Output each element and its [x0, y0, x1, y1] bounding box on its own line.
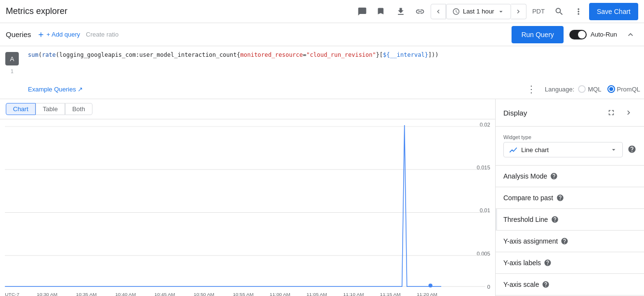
timezone-label: PDT [528, 8, 549, 15]
main-content: Chart Table Both 0.02 0.015 0.01 0.005 0… [0, 99, 644, 296]
save-chart-button[interactable]: Save Chart [589, 3, 638, 20]
mql-radio[interactable]: MQL [578, 85, 601, 93]
add-query-button[interactable]: + Add query [37, 31, 80, 39]
help-icon-compare-to-past[interactable] [556, 194, 564, 202]
chat-icon-btn[interactable] [354, 3, 371, 20]
query-editor-content[interactable]: sum(rate(logging_googleapis_com:user_mod… [24, 46, 644, 99]
help-icon-threshold-line[interactable] [551, 216, 559, 223]
panel-expand-btn[interactable] [604, 105, 619, 120]
queries-bar: Queries + Add query Create ratio Run Que… [0, 23, 644, 46]
chevron-right-icon [514, 8, 522, 15]
panel-section-title-y-axis-labels: Y-axis labels [503, 259, 541, 267]
queries-right: Run Query Auto-Run [512, 26, 638, 43]
panel-section-left-analysis-mode: Analysis Mode [503, 172, 558, 180]
query-code[interactable]: sum(rate(logging_googleapis_com:user_mod… [28, 50, 640, 60]
svg-text:0: 0 [487, 284, 490, 290]
language-toggle: Language: MQL PromQL [545, 85, 640, 93]
help-icon-analysis-mode[interactable] [550, 172, 558, 180]
search-icon-btn[interactable] [551, 3, 568, 20]
chevron-left-icon [434, 8, 442, 15]
panel-header-actions [604, 105, 636, 120]
widget-type-dropdown-icon [610, 146, 618, 154]
chart-end-dot [429, 283, 433, 287]
create-ratio-button[interactable]: Create ratio [86, 31, 118, 38]
svg-text:UTC-7: UTC-7 [5, 292, 19, 296]
radio-group: MQL PromQL [578, 85, 640, 93]
prev-btn[interactable] [431, 4, 446, 19]
chart-svg: 0.02 0.015 0.01 0.005 0 UTC-7 10:30 AM 1… [0, 119, 495, 296]
query-footer: Example Queries ↗ ⋮ Language: MQL [24, 79, 644, 99]
more-vert-icon-btn[interactable] [570, 3, 587, 20]
line-chart-icon [509, 145, 517, 154]
promql-label: PromQL [617, 86, 640, 93]
panel-section-left-threshold-line: Threshold Line [503, 216, 559, 223]
query-more-button[interactable]: ⋮ [524, 82, 539, 96]
display-panel-title: Display [503, 109, 527, 117]
chart-container: 0.02 0.015 0.01 0.005 0 UTC-7 10:30 AM 1… [0, 119, 495, 296]
nav-arrows: Last 1 hour [431, 4, 526, 19]
bookmark-icon [377, 7, 386, 16]
run-query-button[interactable]: Run Query [512, 26, 564, 43]
help-icon-y-axis-labels[interactable] [544, 259, 552, 267]
panel-section-title-compare-to-past: Compare to past [503, 194, 553, 202]
query-label: A 1 [0, 46, 24, 99]
svg-text:10:45 AM: 10:45 AM [155, 292, 175, 296]
promql-radio-circle [607, 85, 615, 93]
help-icon-y-axis-scale[interactable] [542, 281, 550, 288]
query-badge: A [5, 52, 19, 65]
time-range-btn[interactable]: Last 1 hour [446, 4, 511, 19]
auto-run-toggle: Auto-Run [569, 30, 617, 39]
top-bar: Metrics explorer Last 1 hour [0, 0, 644, 23]
toggle-knob [578, 31, 586, 39]
panel-section-title-analysis-mode: Analysis Mode [503, 172, 547, 180]
download-icon [396, 7, 406, 16]
panel-section-left-y-axis-scale: Y-axis scale [503, 281, 550, 288]
top-bar-left: Metrics explorer [6, 6, 67, 16]
next-btn[interactable] [511, 4, 526, 19]
svg-text:11:20 AM: 11:20 AM [417, 292, 437, 296]
auto-run-toggle-switch[interactable] [569, 30, 587, 39]
query-editor-row: A 1 sum(rate(logging_googleapis_com:user… [0, 46, 644, 99]
panel-section-threshold-line[interactable]: Threshold Line [496, 209, 644, 231]
more-vert-icon [574, 7, 583, 16]
panel-section-title-y-axis-scale: Y-axis scale [503, 281, 539, 288]
chart-tabs: Chart Table Both [0, 99, 495, 119]
download-icon-btn[interactable] [392, 3, 409, 20]
help-icon [628, 145, 636, 154]
app-title: Metrics explorer [6, 6, 67, 16]
mql-label: MQL [588, 86, 601, 93]
chat-icon [357, 7, 367, 16]
tab-chart[interactable]: Chart [6, 103, 36, 115]
query-func-rate: rate [42, 51, 56, 58]
query-attr: monitored_resource [240, 51, 303, 58]
query-line-number: 1 [11, 68, 13, 74]
panel-section-title-threshold-line: Threshold Line [503, 216, 548, 223]
help-icon-y-axis-assignment[interactable] [561, 237, 568, 245]
panel-section-y-axis-labels[interactable]: Y-axis labels [496, 252, 644, 274]
panel-section-y-axis-assignment[interactable]: Y-axis assignment [496, 231, 644, 252]
panel-section-left-y-axis-labels: Y-axis labels [503, 259, 552, 267]
svg-text:10:35 AM: 10:35 AM [76, 292, 97, 296]
bookmark-icon-btn[interactable] [373, 3, 390, 20]
tab-both[interactable]: Both [65, 103, 92, 115]
tab-table[interactable]: Table [36, 103, 65, 115]
svg-text:10:30 AM: 10:30 AM [37, 292, 57, 296]
svg-text:10:40 AM: 10:40 AM [115, 292, 136, 296]
link-icon-btn[interactable] [411, 3, 429, 20]
example-queries-link[interactable]: Example Queries ↗ [28, 86, 83, 93]
chart-line [5, 125, 441, 286]
widget-type-select[interactable]: Line chart [503, 142, 623, 157]
dropdown-arrow-icon [497, 8, 505, 15]
widget-type-section: Widget type Line chart [496, 127, 644, 166]
panel-section-compare-to-past[interactable]: Compare to past [496, 187, 644, 209]
collapse-queries-button[interactable] [623, 27, 638, 42]
top-bar-icons: Last 1 hour PDT Save Chart [354, 3, 638, 20]
widget-type-help-btn[interactable] [628, 145, 636, 155]
panel-section-y-axis-scale[interactable]: Y-axis scale [496, 274, 644, 296]
time-range-label: Last 1 hour [463, 8, 494, 15]
panel-collapse-right-btn[interactable] [621, 105, 636, 120]
queries-title: Queries [6, 30, 31, 39]
promql-radio[interactable]: PromQL [607, 85, 640, 93]
panel-section-analysis-mode[interactable]: Analysis Mode [496, 166, 644, 187]
expand-icon [607, 108, 616, 117]
